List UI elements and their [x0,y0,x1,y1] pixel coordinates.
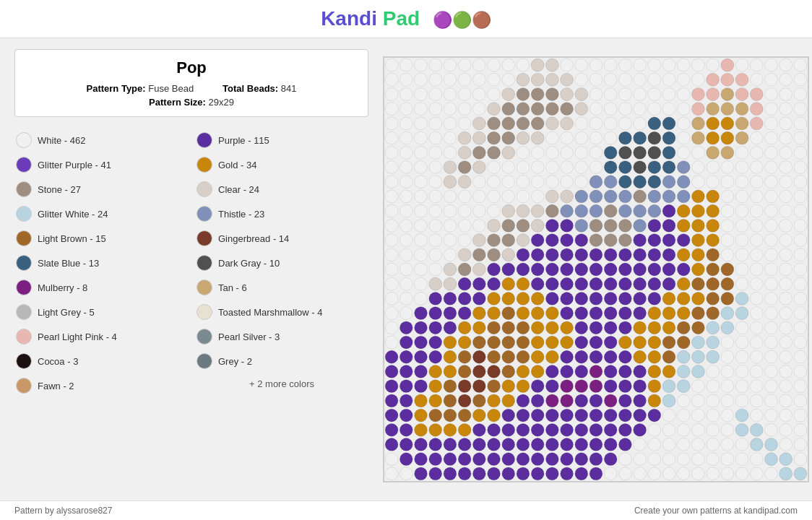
svg-point-538 [604,321,617,334]
svg-point-353 [444,234,457,247]
svg-point-425 [648,263,661,276]
svg-point-384 [472,248,485,261]
svg-point-209 [458,161,471,174]
color-swatch [16,181,32,197]
svg-point-189 [589,146,602,159]
svg-point-358 [517,234,530,247]
svg-point-388 [531,248,544,261]
svg-point-825 [561,467,574,480]
svg-point-699 [415,409,428,422]
svg-point-346 [765,219,778,232]
svg-point-270 [502,190,515,203]
svg-point-409 [415,263,428,276]
svg-point-812 [794,453,807,466]
svg-point-408 [399,263,413,276]
svg-point-421 [589,263,602,276]
color-label: Stone - 27 [38,184,81,195]
svg-point-780 [750,438,763,451]
svg-point-243 [531,176,544,188]
svg-point-462 [765,277,778,290]
svg-point-170 [735,131,748,144]
bead-canvas [383,56,809,482]
svg-point-286 [735,190,748,203]
svg-point-644 [458,380,471,393]
svg-point-632 [707,365,720,378]
color-swatch [196,280,212,295]
svg-point-811 [779,453,792,466]
svg-point-15 [589,58,602,72]
svg-point-698 [399,409,413,422]
svg-point-338 [648,219,661,232]
svg-point-303 [561,204,574,217]
svg-point-23 [707,58,720,72]
svg-point-410 [429,263,442,276]
svg-point-700 [429,409,442,422]
total-beads-value: 841 [281,83,297,94]
svg-point-117 [385,117,398,130]
svg-point-790 [472,453,485,466]
svg-point-551 [794,321,807,334]
svg-point-483 [648,292,661,306]
svg-point-21 [677,58,690,72]
svg-point-393 [604,248,617,261]
svg-point-161 [604,131,617,144]
svg-point-19 [648,58,661,72]
svg-point-247 [589,176,602,188]
svg-point-694 [765,394,778,407]
svg-point-568 [619,336,632,349]
svg-point-56 [765,73,778,86]
svg-point-606 [750,350,763,363]
svg-point-163 [634,131,647,144]
svg-point-541 [648,321,661,334]
svg-point-341 [692,219,705,232]
svg-point-562 [531,336,544,349]
svg-point-62 [429,88,442,101]
svg-point-591 [531,350,544,363]
svg-point-769 [589,438,602,451]
svg-point-629 [662,365,675,378]
svg-point-504 [531,307,544,320]
svg-point-611 [399,365,413,378]
svg-point-46 [619,73,632,86]
svg-point-571 [662,336,675,349]
svg-point-443 [488,277,501,290]
svg-point-455 [662,277,675,290]
color-item: Cocoa - 3 [14,350,188,373]
svg-point-481 [619,292,632,306]
svg-point-92 [444,103,457,116]
svg-point-347 [779,219,792,232]
svg-point-578 [765,336,778,349]
color-swatch [16,353,32,369]
svg-point-478 [575,292,588,306]
svg-point-185 [531,146,544,159]
svg-point-531 [502,321,515,334]
svg-point-600 [662,350,675,363]
svg-point-617 [488,365,501,378]
svg-point-34 [444,73,457,86]
svg-point-232 [794,161,807,174]
svg-point-392 [589,248,602,261]
svg-point-169 [721,131,734,144]
svg-point-122 [458,117,471,130]
svg-point-654 [604,380,617,393]
svg-point-22 [692,58,705,72]
svg-point-542 [662,321,675,334]
svg-point-172 [765,131,778,144]
svg-point-225 [692,161,705,174]
svg-point-610 [385,365,398,378]
svg-point-829 [619,467,632,480]
svg-point-832 [662,467,675,480]
svg-point-458 [707,277,720,290]
svg-point-145 [794,117,807,130]
svg-point-299 [502,204,515,217]
footer-left: Pattern by alyssarose827 [14,506,112,516]
svg-point-690 [707,394,720,407]
svg-point-116 [794,103,807,116]
color-item: Grey - 2 [195,350,368,373]
svg-point-132 [604,117,617,130]
svg-point-139 [707,117,720,130]
svg-point-516 [707,307,720,320]
svg-point-364 [604,234,617,247]
svg-point-599 [648,350,661,363]
svg-point-305 [589,204,602,217]
